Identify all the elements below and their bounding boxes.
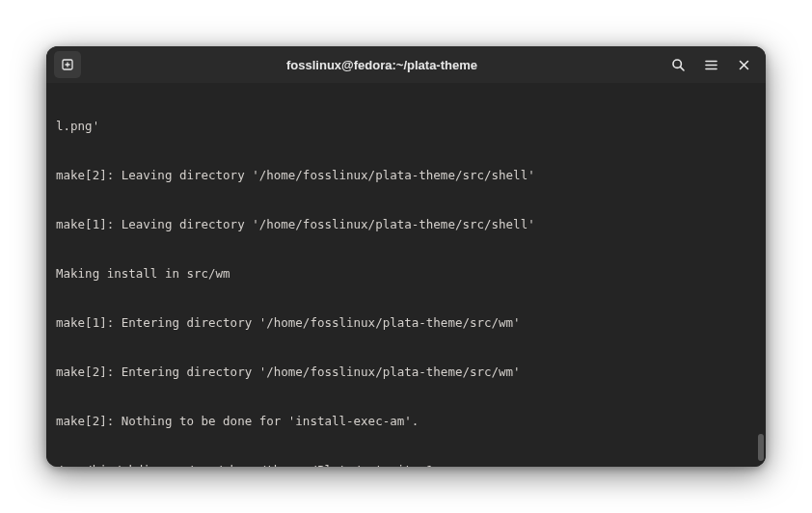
menu-button[interactable] <box>696 50 725 79</box>
close-button[interactable] <box>729 50 758 79</box>
terminal-line: /usr/bin/mkdir -p /usr/share/themes/Plat… <box>56 462 756 467</box>
close-icon <box>738 59 750 71</box>
terminal-line: Making install in src/wm <box>56 265 756 282</box>
terminal-line: make[2]: Leaving directory '/home/fossli… <box>56 167 756 183</box>
titlebar-left <box>54 51 131 78</box>
scrollbar-thumb[interactable] <box>758 434 764 461</box>
plus-icon <box>61 58 74 71</box>
svg-line-4 <box>680 67 684 70</box>
terminal-output[interactable]: l.png' make[2]: Leaving directory '/home… <box>46 83 766 467</box>
window-title: fosslinux@fedora:~/plata-theme <box>131 58 633 72</box>
search-button[interactable] <box>663 50 692 79</box>
search-icon <box>671 58 686 72</box>
terminal-line: make[2]: Entering directory '/home/fossl… <box>56 364 756 380</box>
terminal-window: fosslinux@fedora:~/plata-theme <box>46 46 766 467</box>
new-tab-button[interactable] <box>54 51 81 78</box>
terminal-line: make[1]: Leaving directory '/home/fossli… <box>56 216 756 232</box>
terminal-line: l.png' <box>56 118 756 134</box>
titlebar-right <box>633 50 758 79</box>
terminal-line: make[1]: Entering directory '/home/fossl… <box>56 314 756 331</box>
hamburger-icon <box>704 58 718 72</box>
terminal-line: make[2]: Nothing to be done for 'install… <box>56 413 756 429</box>
titlebar: fosslinux@fedora:~/plata-theme <box>46 46 766 83</box>
